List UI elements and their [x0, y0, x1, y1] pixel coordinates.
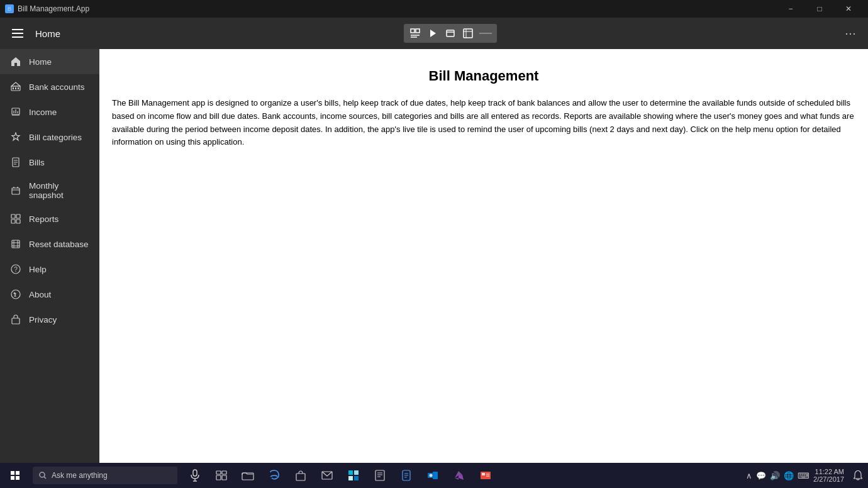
toolbar-btn-2[interactable]	[425, 26, 440, 41]
reports-icon	[10, 213, 21, 225]
svg-rect-5	[447, 30, 454, 36]
taskbar-app4-btn[interactable]	[473, 463, 498, 488]
svg-rect-13	[18, 87, 19, 89]
content-area: Bill Management The Bill Management app …	[99, 49, 868, 463]
sidebar-label-reports: Reports	[29, 214, 58, 224]
help-icon: ?	[10, 263, 21, 275]
minimize-button[interactable]: −	[776, 0, 805, 18]
taskbar-mail-btn[interactable]	[314, 463, 340, 488]
bills-icon	[10, 157, 21, 168]
svg-point-48	[40, 472, 45, 477]
svg-rect-28	[11, 214, 15, 218]
svg-rect-50	[193, 470, 197, 476]
reset-database-icon	[10, 238, 21, 250]
taskbar-notification-btn[interactable]	[848, 463, 868, 488]
taskbar-keyboard-icon[interactable]: ⌨	[798, 471, 810, 480]
sidebar-label-help: Help	[29, 265, 47, 274]
sidebar-item-income[interactable]: Income	[0, 99, 99, 125]
sidebar-item-bill-categories[interactable]: Bill categories	[0, 125, 99, 150]
svg-rect-53	[216, 471, 221, 474]
taskbar-time: 11:22 AM	[815, 468, 844, 475]
sidebar-label-reset-database: Reset database	[29, 240, 89, 249]
taskbar-mic-btn[interactable]	[182, 463, 208, 488]
sidebar-item-help[interactable]: ? Help	[0, 257, 99, 282]
toolbar-btn-3[interactable]	[443, 26, 458, 41]
taskbar-date: 2/27/2017	[813, 475, 844, 483]
sidebar-label-privacy: Privacy	[29, 315, 57, 324]
taskbar-chevron-icon[interactable]: ∧	[746, 471, 752, 480]
hamburger-line	[12, 29, 23, 30]
svg-rect-7	[464, 29, 472, 38]
sidebar-item-home[interactable]: Home	[0, 49, 99, 74]
taskbar-search-text: Ask me anything	[52, 471, 108, 480]
svg-rect-24	[12, 188, 19, 194]
svg-marker-14	[11, 82, 20, 86]
taskbar-clock[interactable]: 11:22 AM 2/27/2017	[810, 467, 848, 484]
svg-text:?: ?	[14, 266, 18, 273]
maximize-button[interactable]: □	[805, 0, 834, 18]
sidebar-item-bank-accounts[interactable]: Bank accounts	[0, 74, 99, 99]
svg-rect-56	[222, 475, 226, 480]
svg-rect-64	[376, 470, 384, 480]
taskbar-app2-btn[interactable]	[367, 463, 392, 488]
hamburger-button[interactable]	[8, 23, 28, 43]
svg-rect-47	[16, 476, 19, 480]
svg-rect-63	[354, 476, 359, 480]
content-description: The Bill Management app is designed to o…	[112, 97, 855, 149]
taskbar-task-view-btn[interactable]	[209, 463, 234, 488]
sidebar-item-reports[interactable]: Reports	[0, 206, 99, 231]
main-area: Home Bank accounts	[0, 49, 868, 463]
sidebar-item-privacy[interactable]: Privacy	[0, 307, 99, 332]
title-bar-left: B Bill Management.App	[5, 4, 89, 13]
content-title: Bill Management	[112, 68, 855, 84]
toolbar-btn-4[interactable]	[460, 26, 476, 41]
sidebar-item-about[interactable]: About	[0, 282, 99, 307]
home-icon	[10, 56, 21, 67]
taskbar-app1-btn[interactable]	[341, 463, 366, 488]
bill-categories-icon	[10, 131, 21, 143]
taskbar-chat-icon[interactable]: 💬	[756, 471, 766, 480]
sidebar-label-monthly-snapshot: Monthly snapshot	[29, 181, 89, 200]
sidebar-item-reset-database[interactable]: Reset database	[0, 231, 99, 257]
taskbar-apps	[180, 463, 746, 488]
svg-rect-58	[296, 474, 305, 480]
taskbar-volume-icon[interactable]: 🔊	[770, 471, 780, 480]
hamburger-line	[12, 36, 23, 38]
sidebar-label-home: Home	[29, 57, 52, 67]
svg-rect-30	[11, 219, 15, 223]
header-toolbar	[404, 24, 497, 43]
header-left: Home	[8, 23, 60, 43]
taskbar-store-btn[interactable]	[288, 463, 313, 488]
taskbar-app3-btn[interactable]	[394, 463, 419, 488]
svg-rect-31	[16, 219, 20, 223]
sidebar-label-bill-categories: Bill categories	[29, 133, 82, 142]
title-bar-app-name: Bill Management.App	[18, 4, 89, 13]
about-icon	[10, 289, 21, 300]
toolbar-separator	[479, 33, 492, 34]
taskbar-system-icons: ∧ 💬 🔊 🌐 ⌨	[746, 471, 810, 480]
svg-line-49	[44, 477, 46, 479]
sidebar-item-monthly-snapshot[interactable]: Monthly snapshot	[0, 175, 99, 206]
app-container: Home	[0, 18, 868, 463]
income-icon	[10, 106, 21, 118]
taskbar-network-icon[interactable]: 🌐	[784, 471, 794, 480]
sidebar-item-bills[interactable]: Bills	[0, 150, 99, 175]
taskbar-search[interactable]: Ask me anything	[33, 467, 177, 484]
start-button[interactable]	[0, 463, 30, 488]
privacy-icon	[10, 314, 21, 325]
sidebar-label-bank-accounts: Bank accounts	[29, 82, 85, 92]
taskbar-explorer-btn[interactable]	[235, 463, 260, 488]
svg-rect-1	[416, 29, 420, 33]
taskbar-edge-btn[interactable]	[262, 463, 287, 488]
close-button[interactable]: ✕	[834, 0, 863, 18]
svg-marker-4	[430, 30, 436, 37]
svg-rect-43	[12, 318, 19, 324]
taskbar-outlook-btn[interactable]	[420, 463, 445, 488]
svg-rect-29	[16, 214, 20, 218]
taskbar-vs-btn[interactable]	[447, 463, 472, 488]
toolbar-btn-1[interactable]	[408, 26, 423, 41]
more-options-button[interactable]: ⋯	[840, 23, 860, 43]
svg-rect-55	[216, 475, 221, 480]
sidebar-label-income: Income	[29, 108, 57, 117]
svg-rect-0	[411, 29, 415, 33]
